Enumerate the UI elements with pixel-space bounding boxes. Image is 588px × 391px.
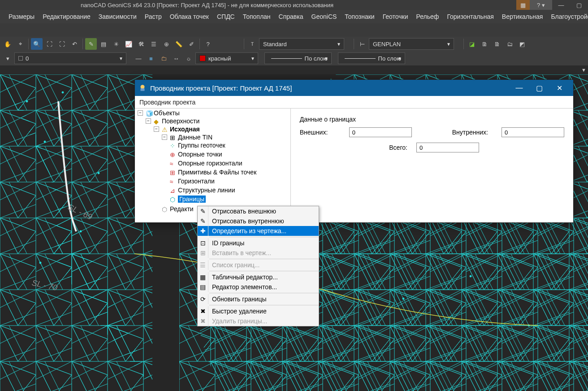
- zoom-window-icon[interactable]: 🔍: [31, 38, 43, 50]
- green-doc-icon[interactable]: ◪: [466, 38, 478, 50]
- outer-label: Внешних:: [300, 129, 336, 136]
- ctx-refresh-boundaries[interactable]: ⟳Обновить границы: [198, 294, 319, 304]
- separator: [209, 293, 319, 293]
- tree-node-selected[interactable]: Границы: [178, 196, 206, 203]
- surface-icon: ⚠: [162, 126, 168, 132]
- tree-node-label[interactable]: Горизонтали: [178, 178, 215, 185]
- context-menu: ✎Отрисовать внешнюю ✎Отрисовать внутренн…: [197, 206, 319, 326]
- layer-combo[interactable]: 0▼: [14, 52, 126, 64]
- minimize-button[interactable]: —: [552, 0, 570, 10]
- globe-icon[interactable]: ⊕: [160, 38, 172, 50]
- zoom-dyn-icon[interactable]: ⛶: [43, 38, 55, 50]
- popup-minimize-button[interactable]: —: [509, 80, 529, 96]
- menu-item[interactable]: Топоплан: [239, 11, 275, 22]
- color-combo[interactable]: красный▼: [195, 52, 258, 64]
- popup-maximize-button[interactable]: ▢: [529, 80, 549, 96]
- gear-icon[interactable]: ✳: [110, 38, 122, 50]
- table-icon: ▦: [198, 272, 208, 282]
- dim-style-combo[interactable]: GENPLAN▼: [369, 38, 454, 50]
- palette-icon[interactable]: ◩: [516, 38, 528, 50]
- inner-label: Внутренних:: [452, 129, 488, 136]
- folder-icon[interactable]: 🗀: [158, 52, 169, 64]
- menu-item[interactable]: Рельеф: [412, 11, 443, 22]
- collapse-icon[interactable]: −: [154, 126, 159, 132]
- surface-icon: ◆: [154, 118, 160, 124]
- expand-toolbar-icon[interactable]: ▼: [581, 67, 586, 73]
- list-icon[interactable]: ☰: [148, 38, 160, 50]
- points-icon: ⊕: [170, 151, 176, 157]
- arrow-icon[interactable]: ↔: [170, 52, 182, 64]
- menu-item[interactable]: GeoniCS: [307, 11, 341, 22]
- menu-item[interactable]: Размеры: [4, 11, 39, 22]
- project-tree[interactable]: −🧊Объекты −◆Поверхности −⚠Исходная −⊞Дан…: [135, 109, 291, 222]
- zoom-scale-icon[interactable]: ⛶: [56, 38, 68, 50]
- pan-icon[interactable]: ✋: [2, 38, 13, 50]
- ctx-boundary-list: ☰Список границ...: [198, 260, 319, 270]
- lineweight-combo[interactable]: По слою▼: [338, 52, 405, 64]
- xref-icon[interactable]: 🗂: [504, 38, 515, 50]
- dim-style-icon[interactable]: ⊢: [356, 38, 368, 50]
- help-button[interactable]: ? ▾: [530, 0, 552, 10]
- tree-node-label[interactable]: Данные TIN: [178, 134, 212, 141]
- popup-close-button[interactable]: ✕: [549, 80, 570, 96]
- tree-node-label[interactable]: Опорные точки: [178, 151, 222, 158]
- menu-item[interactable]: Редактирование: [39, 11, 95, 22]
- rect-icon[interactable]: ■: [145, 52, 157, 64]
- ctx-id-boundary[interactable]: ⊡ID границы: [198, 238, 319, 248]
- menubar: Размеры Редактирование Зависимости Растр…: [0, 10, 588, 23]
- ctx-element-editor[interactable]: ▤Редактор элементов...: [198, 282, 319, 292]
- inner-input[interactable]: [502, 127, 564, 137]
- menu-item[interactable]: СПДС: [213, 11, 239, 22]
- doc-icon[interactable]: 🗎: [479, 38, 490, 50]
- tree-node-label[interactable]: Структурные линии: [178, 187, 235, 194]
- menu-item[interactable]: Справка: [275, 11, 307, 22]
- tree-node-label[interactable]: Примитивы & Файлы точек: [178, 169, 256, 176]
- sun-icon[interactable]: ☼: [183, 52, 195, 64]
- ctx-draw-outer[interactable]: ✎Отрисовать внешнюю: [198, 206, 319, 216]
- style-icon[interactable]: T: [246, 38, 258, 50]
- contour-icon: ≈: [170, 178, 176, 184]
- menu-item[interactable]: Вертикальная: [498, 11, 547, 22]
- popup-titlebar[interactable]: Проводник проекта [Проект: Проект АД 174…: [135, 80, 573, 96]
- outer-input[interactable]: [349, 127, 412, 137]
- menu-item[interactable]: Облака точек: [166, 11, 213, 22]
- collapse-icon[interactable]: −: [162, 135, 167, 140]
- collapse-icon[interactable]: −: [146, 118, 151, 124]
- total-label: Всего:: [385, 144, 407, 151]
- maximize-button[interactable]: ▢: [570, 0, 588, 10]
- ctx-quick-delete[interactable]: ✖Быстрое удаление: [198, 306, 319, 316]
- menu-item[interactable]: Зависимости: [95, 11, 141, 22]
- ctx-table-editor[interactable]: ▦Табличный редактор...: [198, 272, 319, 282]
- menu-item[interactable]: Топознаки: [341, 11, 378, 22]
- tree-node-label[interactable]: Исходная: [170, 126, 200, 133]
- doc2-icon[interactable]: 🗎: [491, 38, 503, 50]
- measure-icon[interactable]: 📏: [173, 38, 185, 50]
- linetype-combo[interactable]: По слою▼: [264, 52, 332, 64]
- apps-button[interactable]: ▦: [516, 0, 530, 10]
- edit2-icon[interactable]: ✐: [186, 38, 197, 50]
- ctx-define-from-drawing[interactable]: ✚Определить из чертежа...: [198, 226, 319, 236]
- props-icon[interactable]: ▤: [98, 38, 109, 50]
- tree-node-label[interactable]: Поверхности: [162, 117, 199, 125]
- menu-item[interactable]: Растр: [141, 11, 166, 22]
- collapse-icon[interactable]: −: [138, 110, 143, 116]
- help-icon[interactable]: ?: [202, 38, 214, 50]
- tree-node-label[interactable]: Редакти: [170, 205, 194, 213]
- chart-icon[interactable]: 📈: [123, 38, 134, 50]
- line-icon[interactable]: —: [133, 52, 144, 64]
- tools-icon[interactable]: 🛠: [135, 38, 147, 50]
- menu-item[interactable]: Горизонтальная: [443, 11, 497, 22]
- ctx-draw-inner[interactable]: ✎Отрисовать внутреннюю: [198, 216, 319, 226]
- total-input[interactable]: [416, 143, 479, 152]
- tree-node-label[interactable]: Группы геоточек: [178, 142, 225, 149]
- zoom-box-icon[interactable]: ⌖: [14, 38, 26, 50]
- menu-item[interactable]: Геоточки: [379, 11, 412, 22]
- tree-node-label[interactable]: Опорные горизонтали: [178, 160, 242, 167]
- menu-item[interactable]: Благоустройство: [547, 11, 588, 22]
- text-style-combo[interactable]: Standard▼: [259, 38, 344, 50]
- edit-icon[interactable]: ✎: [85, 38, 97, 50]
- layer-checkbox-icon: [18, 56, 23, 61]
- tree-node-label[interactable]: Объекты: [154, 109, 180, 117]
- layer-dropdown-icon[interactable]: ▾: [2, 52, 13, 64]
- zoom-prev-icon[interactable]: ↶: [69, 38, 80, 50]
